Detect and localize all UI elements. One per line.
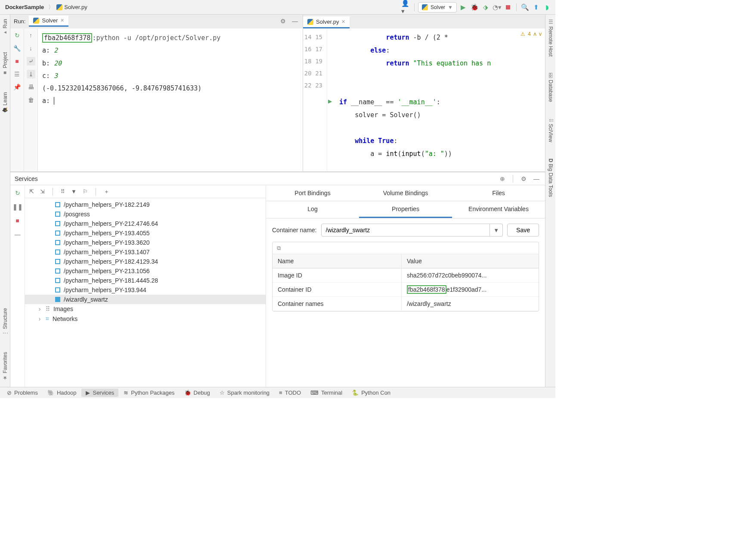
sb-hadoop[interactable]: 🐘Hadoop — [43, 389, 81, 397]
pause-icon[interactable]: ❚❚ — [13, 202, 22, 211]
run-tab[interactable]: Solver ✕ — [29, 16, 68, 27]
editor-tab-label: Solver.py — [316, 19, 339, 25]
dropdown-icon[interactable]: ▼ — [490, 224, 503, 237]
container-name-combo[interactable]: ▼ — [321, 224, 503, 237]
gear-icon[interactable] — [279, 17, 287, 25]
tool-tab-project[interactable]: ■ Project — [2, 50, 8, 78]
tag-icon[interactable]: ⚐ — [83, 188, 88, 195]
tab-properties[interactable]: Properties — [359, 201, 452, 218]
console-output[interactable]: fba2b468f378:python -u /opt/project/Solv… — [38, 28, 303, 171]
tool-tab-structure[interactable]: ⋮ Structure — [2, 306, 8, 337]
pin-icon[interactable]: 📌 — [13, 83, 22, 91]
sb-problems[interactable]: ⊘Problems — [3, 389, 42, 397]
line-gutter[interactable]: 14 15 16 17 18 19 20 21 22 23 — [303, 28, 327, 171]
tool-tab-run[interactable]: ▸ Run — [2, 17, 8, 37]
inspection-annotations[interactable]: ⚠ 4 ʌ v — [521, 31, 542, 37]
coverage-button-icon[interactable]: ⬗ — [481, 3, 490, 12]
tree-group-networks[interactable]: ›⌗Networks — [25, 314, 266, 324]
tool-tab-database[interactable]: 🗄 Database — [548, 71, 554, 104]
run-configuration-selector[interactable]: Solver ▼ — [418, 2, 457, 12]
tool-tab-favorites[interactable]: ★ Favorites — [2, 350, 8, 383]
tree-item[interactable]: /pycharm_helpers_PY-213.1056 — [25, 266, 266, 276]
code-area[interactable]: return -b / (2 * else: return "This equa… — [336, 28, 545, 171]
tree-item[interactable]: /pycharm_helpers_PY-193.1407 — [25, 247, 266, 257]
prop-row-image-id[interactable]: Image ID sha256:07d72c0beb990074... — [273, 268, 539, 283]
profiler-button-icon[interactable]: ◔▾ — [492, 3, 502, 12]
run-line-icon[interactable]: ▶ — [328, 98, 332, 104]
collapse-all-icon[interactable]: ⇲ — [40, 188, 45, 195]
tool-tab-learn[interactable]: 🎓 Learn — [2, 90, 8, 115]
left-tool-stripe: ▸ Run ■ Project 🎓 Learn ⋮ Structure ★ Fa… — [0, 15, 10, 387]
deploy-icon[interactable]: ↻ — [13, 189, 22, 197]
close-icon[interactable]: ✕ — [341, 19, 345, 25]
warning-count: 4 — [528, 31, 531, 37]
tree-item-selected[interactable]: /wizardly_swartz — [25, 295, 266, 304]
sb-terminal[interactable]: ⌨Terminal — [306, 389, 347, 397]
save-button[interactable]: Save — [507, 224, 539, 237]
tree-item[interactable]: /pycharm_helpers_PY-193.944 — [25, 285, 266, 295]
run-gutter[interactable]: ▶ — [327, 28, 336, 171]
up-arrow-icon[interactable]: ↑ — [27, 31, 35, 40]
collapse-icon[interactable]: — — [13, 230, 22, 239]
tree-item[interactable]: /pycharm_helpers_PY-212.4746.64 — [25, 219, 266, 228]
stop-button-icon[interactable] — [503, 3, 513, 12]
sb-python-packages[interactable]: ≋Python Packages — [119, 389, 179, 397]
tool-tab-sciview[interactable]: ⠿ SciView — [548, 117, 554, 144]
sb-spark[interactable]: ☆Spark monitoring — [215, 389, 274, 397]
tree-item[interactable]: /pycharm_helpers_PY-182.2149 — [25, 200, 266, 209]
sb-services[interactable]: ▶Services — [81, 389, 118, 397]
tab-log[interactable]: Log — [266, 201, 359, 218]
tree-item[interactable]: /pycharm_helpers_PY-182.4129.34 — [25, 257, 266, 266]
close-icon[interactable]: ✕ — [60, 18, 64, 23]
soft-wrap-icon[interactable]: ⤶ — [27, 57, 35, 65]
rerun-icon[interactable]: ↻ — [13, 31, 22, 40]
layout-icon[interactable]: ☰ — [13, 70, 22, 78]
sb-todo[interactable]: ≡TODO — [275, 389, 305, 397]
tool-tab-big-data[interactable]: D Big Data Tools — [548, 157, 554, 199]
minimize-icon[interactable] — [532, 174, 541, 183]
target-icon[interactable] — [498, 174, 507, 183]
breadcrumb-file[interactable]: Solver.py — [56, 4, 87, 10]
tree-item[interactable]: /pycharm_helpers_PY-193.3620 — [25, 238, 266, 247]
tree-group-images[interactable]: ›⠿Images — [25, 304, 266, 314]
tab-files[interactable]: Files — [452, 185, 545, 201]
minimize-icon[interactable] — [291, 17, 299, 25]
tab-env-vars[interactable]: Environment Variables — [452, 201, 545, 218]
gear-icon[interactable] — [519, 174, 528, 183]
scroll-end-icon[interactable]: ⤓ — [27, 70, 35, 78]
sb-debug[interactable]: 🐞Debug — [180, 389, 214, 397]
trash-icon[interactable]: 🗑 — [27, 96, 35, 104]
sb-python-console[interactable]: 🐍Python Con — [347, 389, 395, 397]
update-icon[interactable]: ⬆ — [531, 3, 541, 12]
debug-button-icon[interactable]: 🐞 — [470, 3, 479, 12]
prev-highlight-icon[interactable]: ʌ — [533, 31, 536, 37]
tree-item[interactable]: /pycharm_helpers_PY-193.4055 — [25, 228, 266, 238]
container-name-input[interactable] — [321, 224, 490, 237]
services-tree[interactable]: /pycharm_helpers_PY-182.2149 /posgress /… — [25, 198, 266, 387]
python-icon — [422, 4, 428, 10]
editor-tab[interactable]: Solver.py ✕ — [303, 16, 350, 28]
filter-icon[interactable]: ▼ — [71, 188, 77, 195]
jetbrains-icon[interactable]: ◗ — [542, 3, 552, 12]
group-icon[interactable]: ⠿ — [61, 188, 65, 195]
stop-icon[interactable]: ■ — [13, 57, 22, 65]
wrench-icon[interactable]: 🔧 — [13, 44, 22, 53]
add-icon[interactable] — [104, 188, 109, 196]
run-button-icon[interactable]: ▶ — [459, 3, 468, 12]
copy-icon[interactable]: ⧉ — [277, 245, 281, 252]
down-arrow-icon[interactable]: ↓ — [27, 44, 35, 53]
expand-all-icon[interactable]: ⇱ — [29, 188, 34, 195]
tab-port-bindings[interactable]: Port Bindings — [266, 185, 359, 201]
tree-item[interactable]: /pycharm_helpers_PY-181.4445.28 — [25, 276, 266, 285]
tool-tab-remote-host[interactable]: ☰ Remote Host — [548, 17, 554, 58]
breadcrumb-project[interactable]: DockerSample — [3, 3, 46, 11]
search-icon[interactable]: 🔍 — [520, 3, 530, 12]
tree-item[interactable]: /posgress — [25, 209, 266, 219]
user-menu-icon[interactable]: 👤▾ — [401, 3, 411, 12]
prop-row-container-id[interactable]: Container ID fba2b468f378e1f32900ad7... — [273, 283, 539, 297]
next-highlight-icon[interactable]: v — [539, 31, 542, 37]
prop-row-container-names[interactable]: Container names /wizardly_swartz — [273, 297, 539, 311]
tab-volume-bindings[interactable]: Volume Bindings — [359, 185, 452, 201]
print-icon[interactable]: 🖶 — [27, 83, 35, 91]
stop-icon[interactable]: ■ — [13, 216, 22, 225]
